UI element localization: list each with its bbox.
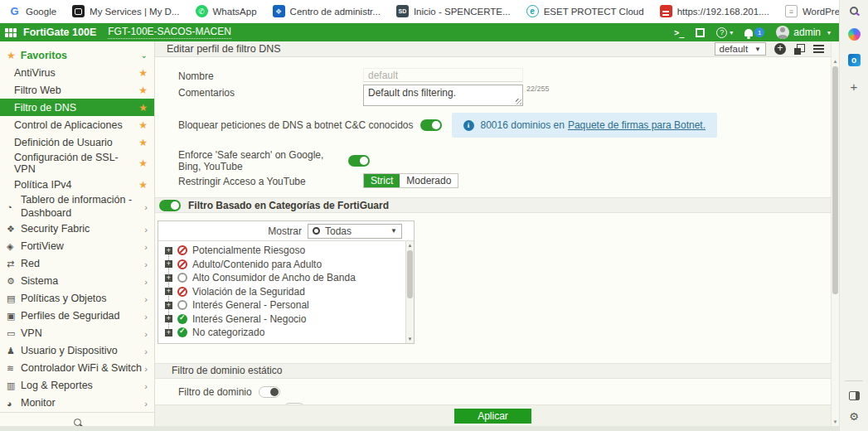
- fortiguard-category-toggle[interactable]: [159, 200, 181, 211]
- fullscreen-icon[interactable]: [696, 28, 705, 37]
- sidebar-item-perfiles-seguridad[interactable]: Perfiles de Seguridad›: [0, 308, 154, 325]
- sidebar-item-fortiview[interactable]: FortiView›: [0, 238, 154, 255]
- category-row-potencialmente-riesgoso[interactable]: +Potencialmente Riesgoso: [158, 244, 404, 258]
- cli-console-icon[interactable]: >_: [674, 28, 684, 37]
- scroll-up-icon[interactable]: ▲: [832, 59, 839, 64]
- bookmark-whatsapp[interactable]: WhatsApp: [196, 5, 257, 17]
- chevron-right-icon: ›: [144, 364, 148, 374]
- category-scrollbar[interactable]: ▲ ▼: [405, 241, 414, 343]
- sidebar-item-filtro-web[interactable]: Filtro Web★: [0, 81, 154, 99]
- bookmark-admin-center[interactable]: Centro de administr...: [273, 5, 381, 17]
- domain-filter-toggle[interactable]: [259, 386, 280, 398]
- profile-selector-value: default: [720, 44, 749, 54]
- sidebar-item-monitor[interactable]: Monitor›: [0, 395, 154, 412]
- copilot-icon[interactable]: [848, 28, 861, 41]
- scroll-up-icon[interactable]: ▲: [406, 243, 414, 248]
- expand-icon[interactable]: +: [165, 260, 172, 268]
- expand-icon[interactable]: +: [165, 288, 172, 295]
- sidebar-item-filtro-de-dns[interactable]: Filtro de DNS★: [0, 99, 154, 116]
- sidebar: ★ Favoritos ⌄ AntiVirus★ Filtro Web★ Fil…: [0, 41, 155, 431]
- expand-icon[interactable]: +: [165, 247, 172, 254]
- scroll-down-icon[interactable]: ▼: [832, 419, 839, 424]
- chevron-down-icon: ▾: [827, 29, 831, 36]
- add-sidebar-app-icon[interactable]: +: [851, 80, 858, 94]
- apply-button[interactable]: Aplicar: [454, 409, 531, 424]
- star-icon: ★: [7, 50, 16, 61]
- nombre-input[interactable]: default: [363, 68, 523, 82]
- botnet-label: Bloquear peticiones de DNS a botnet C&C …: [178, 119, 414, 131]
- category-row-adulto[interactable]: +Adulto/Contenido para Adulto: [158, 258, 404, 272]
- sidebar-item-control-aplicaciones[interactable]: Control de Aplicaciones★: [0, 116, 154, 133]
- comentarios-textarea[interactable]: Default dns filtering.: [363, 85, 523, 106]
- scrollbar-thumb[interactable]: [407, 250, 413, 298]
- chevron-down-icon: ▼: [390, 227, 397, 235]
- star-icon: ★: [138, 157, 148, 169]
- sidebar-panel-icon[interactable]: [849, 391, 860, 400]
- browser-side-rail: o + ⚙: [839, 0, 868, 431]
- scroll-down-icon[interactable]: ▼: [406, 337, 414, 341]
- moderado-button[interactable]: Moderado: [400, 174, 458, 187]
- sidebar-item-red[interactable]: Red›: [0, 255, 154, 273]
- sidebar-item-politicas-objetos[interactable]: Políticas y Objetos›: [0, 290, 154, 308]
- clone-icon[interactable]: [794, 44, 805, 55]
- device-hostname-link[interactable]: FGT-100E-SACOS-MACEN: [108, 26, 231, 39]
- expand-icon[interactable]: +: [165, 329, 172, 337]
- content-titlebar: Editar perfil de filtro DNS default ▼ +: [155, 41, 831, 57]
- outlook-icon[interactable]: o: [848, 54, 861, 66]
- whatsapp-favicon-icon: [196, 5, 208, 17]
- category-row-interes-personal[interactable]: +Interés General - Personal: [158, 298, 404, 312]
- settings-gear-icon[interactable]: ⚙: [849, 410, 859, 423]
- strict-button[interactable]: Strict: [364, 174, 400, 187]
- bookmark-fortigate-ip[interactable]: https://192.168.201....: [660, 5, 769, 17]
- notifications-button[interactable]: 1: [744, 27, 764, 37]
- create-new-button[interactable]: +: [774, 43, 786, 55]
- sidebar-item-vpn[interactable]: VPN›: [0, 325, 154, 342]
- bookmark-google[interactable]: Google: [8, 5, 56, 17]
- sidebar-item-usuario-dispositivo[interactable]: Usuario y Dispositivo›: [0, 342, 154, 360]
- bookmark-label: ESET PROTECT Cloud: [544, 7, 644, 17]
- category-row-interes-negocio[interactable]: +Interés General - Negocio: [158, 312, 404, 327]
- chevron-right-icon: ›: [144, 225, 148, 235]
- bookmark-spencerte[interactable]: Inicio - SPENCERTE...: [396, 5, 511, 17]
- expand-icon[interactable]: +: [165, 274, 172, 282]
- my-services-favicon-icon: [72, 5, 85, 17]
- sidebar-item-wifi-switch[interactable]: Controlador WiFi & Switch›: [0, 360, 154, 377]
- form-footer: Aplicar: [155, 404, 831, 426]
- list-view-icon[interactable]: [813, 45, 824, 54]
- content-scrollbar[interactable]: ▲ ▼: [831, 41, 839, 431]
- bookmark-my-services[interactable]: My Services | My D...: [72, 5, 179, 17]
- sidebar-item-ssl-vpn[interactable]: Configuración de SSL-VPN★: [0, 151, 154, 176]
- mostrar-dropdown[interactable]: Todas ▼: [308, 224, 402, 239]
- expand-icon[interactable]: +: [165, 302, 172, 309]
- star-icon: ★: [138, 67, 148, 79]
- sidebar-item-dashboard[interactable]: Tablero de información - Dashboard›: [0, 193, 154, 220]
- favorites-label: Favoritos: [21, 50, 67, 61]
- sidebar-item-antivirus[interactable]: AntiVirus★: [0, 64, 154, 81]
- botnet-package-link[interactable]: Paquete de firmas para Botnet.: [568, 119, 706, 131]
- sidebar-favorites-header[interactable]: ★ Favoritos ⌄: [0, 46, 154, 64]
- scrollbar-thumb[interactable]: [832, 66, 838, 294]
- category-row-violacion-seguridad[interactable]: +Violación de la Seguridad: [158, 285, 404, 299]
- fortiview-icon: [7, 241, 21, 252]
- expand-icon[interactable]: +: [165, 315, 172, 322]
- help-menu[interactable]: ? ▾: [716, 27, 733, 38]
- botnet-toggle[interactable]: [420, 119, 442, 131]
- sidebar-item-politica-ipv4[interactable]: Política IPv4★: [0, 176, 154, 193]
- help-icon: ?: [716, 27, 727, 38]
- monitor-status-icon: [177, 273, 187, 283]
- safesearch-toggle[interactable]: [348, 155, 370, 167]
- sidebar-item-security-fabric[interactable]: Security Fabric›: [0, 220, 154, 238]
- category-row-no-categorizado[interactable]: +No categorizado: [158, 326, 404, 340]
- profile-selector-dropdown[interactable]: default ▼: [715, 42, 766, 56]
- divider: [845, 380, 863, 381]
- category-panel: Mostrar Todas ▼ +Potencialmente Riesgoso…: [158, 220, 415, 344]
- bing-search-icon[interactable]: [850, 7, 858, 15]
- user-menu[interactable]: admin ▾: [776, 26, 831, 39]
- sidebar-item-sistema[interactable]: Sistema›: [0, 273, 154, 290]
- category-row-ancho-de-banda[interactable]: +Alto Consumidor de Ancho de Banda: [158, 271, 404, 285]
- sidebar-item-definicion-usuario[interactable]: Definición de Usuario★: [0, 133, 154, 151]
- google-favicon-icon: [8, 5, 21, 17]
- gear-icon: [7, 276, 21, 287]
- sidebar-item-log-reportes[interactable]: Log & Reportes›: [0, 377, 154, 395]
- bookmark-eset[interactable]: ESET PROTECT Cloud: [526, 5, 644, 17]
